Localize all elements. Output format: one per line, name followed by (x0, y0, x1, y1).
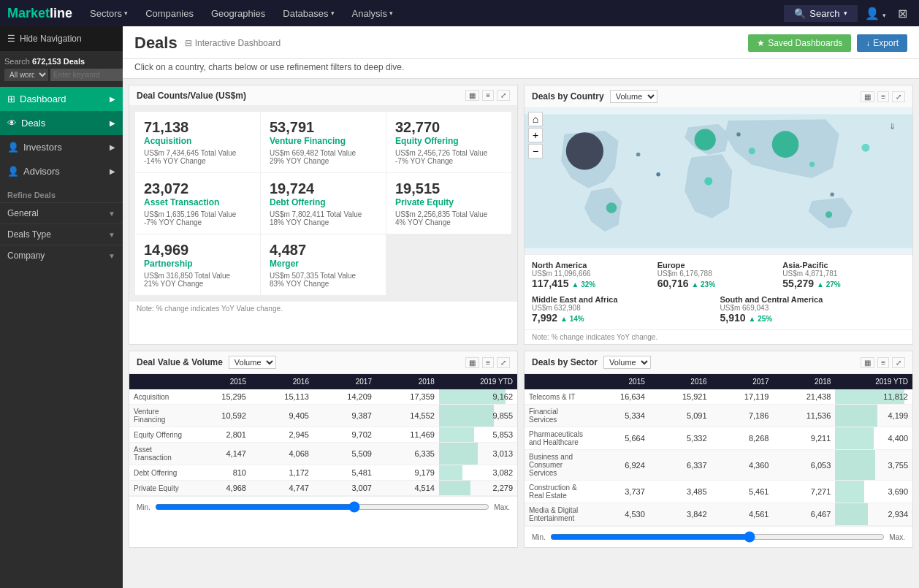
volume-select-left[interactable]: Volume (229, 356, 276, 369)
cell-value: 9,179 (376, 465, 439, 481)
deal-value-volume-header: Deal Value & Volume Volume ▦ ≡ ⤢ (129, 351, 517, 374)
deal-value-volume-title: Deal Value & Volume (137, 357, 223, 367)
settings-button[interactable]: ⊠ (893, 5, 912, 22)
search-button[interactable]: 🔍 Search ▾ (784, 5, 857, 22)
deal-counts-panel: Deal Counts/Value (US$m) ▦ ≡ ⤢ 71,138 Ac… (129, 85, 518, 345)
map-zoom-in-button[interactable]: + (528, 128, 543, 142)
cell-value: 4,400 (835, 427, 912, 450)
hide-navigation-button[interactable]: ☰ Hide Navigation (0, 26, 123, 51)
deal-card-3[interactable]: 23,072 Asset Transaction US$m 1,635,196 … (135, 173, 260, 234)
cell-value: 4,360 (712, 450, 774, 481)
cell-value: 3,082 (439, 465, 517, 481)
deal-counts-note: Note: % change indicates YoY Value chang… (129, 301, 517, 316)
chart-view-button[interactable]: ▦ (465, 90, 479, 101)
sidebar-item-dashboard[interactable]: ⊞ Dashboard ▶ (0, 87, 123, 111)
refine-deals-type[interactable]: Deals Type ▼ (0, 224, 123, 245)
cell-value: 8,268 (712, 427, 774, 450)
deal-yoy: 29% YOY Change (270, 157, 377, 165)
sector-header-row: 20152016201720182019 YTD (525, 374, 912, 389)
col-header-4: 2018 (773, 374, 835, 389)
svg-point-6 (825, 211, 832, 218)
search-select[interactable]: All words (4, 69, 48, 81)
deal-card-2[interactable]: 32,770 Equity Offering US$m 2,456,726 To… (386, 112, 511, 172)
nav-analysis[interactable]: Analysis ▾ (345, 5, 400, 22)
deal-yoy: 21% YOY Change (144, 280, 251, 288)
world-map[interactable]: ⌂ + − (525, 108, 912, 254)
sector-chart-button[interactable]: ▦ (861, 357, 874, 368)
deal-card-5[interactable]: 19,515 Private Equity US$m 2,256,835 Tot… (386, 173, 511, 234)
col-header-0 (525, 374, 587, 389)
svg-point-10 (656, 172, 660, 176)
deal-type: Partnership (144, 259, 251, 269)
chart-icon-button[interactable]: ▦ (861, 91, 874, 102)
arrow-right-icon: ▶ (110, 95, 115, 103)
col-header-1: 2015 (188, 374, 251, 389)
sector-table-button[interactable]: ≡ (877, 357, 889, 368)
svg-point-11 (736, 132, 740, 136)
country-volume-select[interactable]: Volume (610, 90, 657, 103)
page-title: Deals (134, 34, 178, 53)
user-icon-button[interactable]: 👤 ▾ (861, 5, 891, 22)
deal-card-1[interactable]: 53,791 Venture Financing US$m 669,482 To… (261, 112, 386, 172)
sidebar-search-count-label: Search 672,153 Deals (4, 57, 118, 66)
row-label: Asset Transaction (129, 443, 188, 465)
chevron-down-icon: ▾ (331, 9, 335, 17)
chevron-down-icon: ▼ (108, 252, 115, 260)
sector-range-slider[interactable] (550, 531, 885, 543)
table-row: Equity Offering2,8012,9459,70211,4695,85… (129, 427, 517, 443)
deal-card-6[interactable]: 14,969 Partnership US$m 316,850 Total Va… (135, 234, 260, 295)
export-button[interactable]: ↓ Export (857, 34, 907, 52)
deal-card-7[interactable]: 4,487 Merger US$m 507,335 Total Value 83… (261, 234, 386, 295)
expand-left-button[interactable]: ⤢ (497, 357, 510, 368)
col-header-5: 2019 YTD (439, 374, 517, 389)
cell-value: 21,438 (773, 389, 835, 405)
saved-dashboards-button[interactable]: ★ Saved Dashboards (748, 34, 851, 52)
table-icon-button[interactable]: ≡ (877, 91, 889, 102)
expand-button[interactable]: ⤢ (497, 90, 510, 101)
expand-icon-button[interactable]: ⤢ (892, 91, 905, 102)
cell-value: 2,945 (251, 427, 313, 443)
refine-general[interactable]: General ▼ (0, 202, 123, 224)
row-label: Equity Offering (129, 427, 188, 443)
cell-value: 11,536 (773, 405, 835, 427)
sidebar-item-deals[interactable]: 👁 Deals ▶ (0, 111, 123, 135)
cell-value: 4,199 (835, 405, 912, 427)
deal-yoy: -14% YOY Change (144, 157, 251, 165)
svg-point-7 (861, 144, 869, 152)
nav-companies[interactable]: Companies (138, 5, 201, 22)
nav-databases[interactable]: Databases ▾ (275, 5, 341, 22)
deal-card-0[interactable]: 71,138 Acquisition US$m 7,434,645 Total … (135, 112, 260, 172)
sector-expand-button[interactable]: ⤢ (892, 357, 905, 368)
col-header-4: 2018 (376, 374, 439, 389)
cell-value: 7,186 (712, 405, 774, 427)
sector-volume-select[interactable]: Volume (603, 356, 651, 369)
cell-value: 5,853 (439, 427, 517, 443)
value-range-slider[interactable] (155, 501, 489, 513)
deal-card-4[interactable]: 19,724 Debt Offering US$m 7,802,411 Tota… (261, 173, 386, 234)
sidebar-search-area: Search 672,153 Deals All words ⚲ (0, 51, 123, 87)
deal-number: 53,791 (270, 119, 377, 136)
sidebar-item-advisors[interactable]: 👤 Advisors ▶ (0, 159, 123, 183)
cell-value: 17,359 (376, 389, 439, 405)
nav-geographies[interactable]: Geographies (204, 5, 272, 22)
nav-sectors[interactable]: Sectors ▾ (83, 5, 135, 22)
table-row: Construction & Real Estate3,7373,4855,46… (525, 481, 912, 503)
table-button[interactable]: ≡ (482, 357, 494, 368)
logo[interactable]: Marketline (7, 6, 72, 21)
cell-value: 2,279 (439, 481, 517, 496)
map-zoom-out-button[interactable]: − (528, 144, 543, 159)
map-home-button[interactable]: ⌂ (528, 112, 543, 126)
sidebar-item-investors[interactable]: 👤 Investors ▶ (0, 135, 123, 159)
svg-point-1 (566, 132, 603, 169)
refine-company[interactable]: Company ▼ (0, 245, 123, 266)
table-view-button[interactable]: ≡ (482, 90, 494, 101)
cell-value: 15,295 (188, 389, 251, 405)
bar-chart-button[interactable]: ▦ (465, 357, 479, 368)
deal-number: 71,138 (144, 119, 251, 136)
row-label: Financial Services (525, 405, 587, 427)
deal-yoy: 4% YOY Change (395, 218, 503, 226)
deal-number: 19,515 (395, 180, 503, 197)
region-north-america: North America US$m 11,096,666 117,415 ▲ … (532, 261, 655, 289)
deal-value-table: 20152016201720182019 YTD Acquisition15,2… (129, 374, 517, 496)
row-label: Media & Digital Entertainment (525, 503, 587, 526)
